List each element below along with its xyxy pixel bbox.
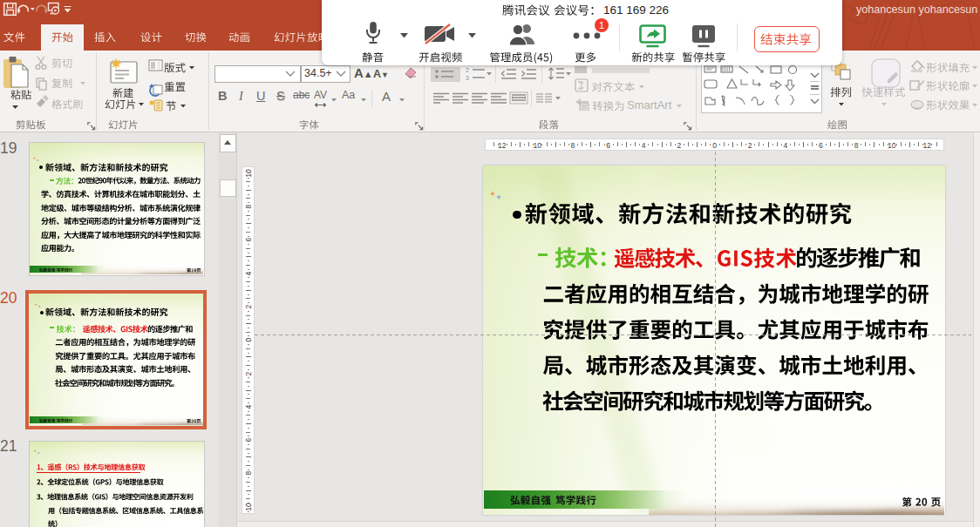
- svg-text:2: 2: [466, 67, 469, 73]
- svg-text:3: 3: [466, 75, 469, 81]
